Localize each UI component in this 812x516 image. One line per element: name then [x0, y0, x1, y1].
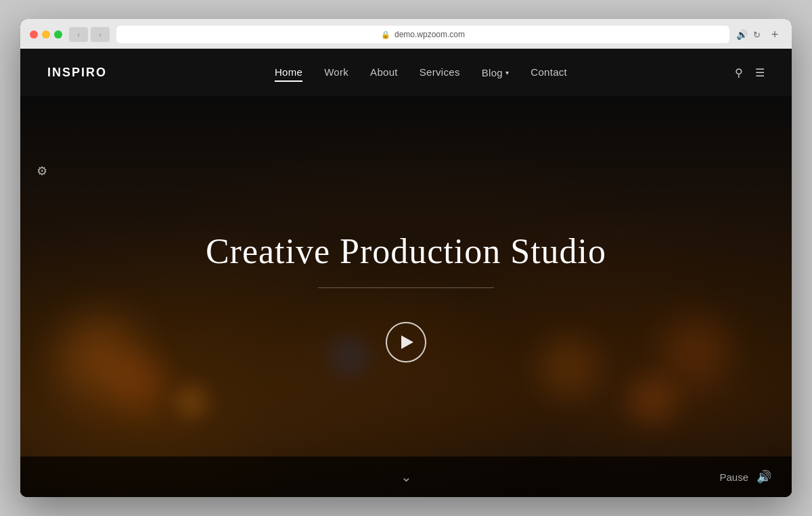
- hero-content: Creative Production Studio: [206, 231, 606, 362]
- browser-window: ‹ › 🔒 demo.wpzoom.com 🔊 ↻ + INSPIRO Home: [20, 19, 792, 497]
- settings-icon[interactable]: ⚙: [37, 164, 47, 178]
- volume-icon[interactable]: 🔊: [736, 29, 748, 40]
- play-icon: [401, 335, 413, 349]
- nav-link-home[interactable]: Home: [275, 66, 302, 82]
- browser-chrome: ‹ › 🔒 demo.wpzoom.com 🔊 ↻ +: [20, 19, 792, 49]
- minimize-button[interactable]: [42, 30, 50, 39]
- hero-bottom-bar: ⌄ Pause 🔊: [20, 456, 792, 497]
- nav-item-about[interactable]: About: [370, 66, 398, 78]
- url-text: demo.wpzoom.com: [394, 30, 465, 39]
- hero-title: Creative Production Studio: [206, 231, 606, 271]
- nav-item-contact[interactable]: Contact: [531, 66, 567, 78]
- traffic-lights: [30, 30, 62, 39]
- address-bar[interactable]: 🔒 demo.wpzoom.com: [116, 26, 729, 43]
- settings-icon-container[interactable]: ⚙: [37, 164, 47, 179]
- nav-item-blog[interactable]: Blog ▾: [482, 67, 510, 78]
- new-tab-button[interactable]: +: [767, 27, 782, 42]
- refresh-icon[interactable]: ↻: [753, 30, 761, 40]
- nav-link-contact[interactable]: Contact: [531, 66, 567, 78]
- nav-links: Home Work About Services Blog ▾: [275, 66, 567, 78]
- nav-buttons: ‹ ›: [69, 27, 110, 42]
- nav-icons: ⚲ ☰: [735, 66, 765, 79]
- hero-divider: [318, 287, 494, 288]
- hero-section: ⚙ Creative Production Studio ⌄ Pause 🔊: [20, 96, 792, 497]
- scroll-down-arrow[interactable]: ⌄: [401, 469, 412, 485]
- search-icon[interactable]: ⚲: [735, 66, 743, 79]
- nav-link-blog[interactable]: Blog ▾: [482, 67, 510, 78]
- play-button[interactable]: [386, 322, 426, 362]
- nav-item-home[interactable]: Home: [275, 66, 302, 78]
- menu-icon[interactable]: ☰: [755, 66, 765, 79]
- back-button[interactable]: ‹: [69, 27, 88, 42]
- bokeh-light-5: [629, 377, 676, 424]
- website-content: INSPIRO Home Work About Services Blog: [20, 49, 792, 497]
- bokeh-light-6: [175, 385, 208, 419]
- bokeh-light-4: [662, 316, 730, 384]
- close-button[interactable]: [30, 30, 38, 39]
- sound-icon[interactable]: 🔊: [757, 469, 771, 484]
- forward-button[interactable]: ›: [91, 27, 110, 42]
- pause-label[interactable]: Pause: [719, 471, 748, 483]
- site-logo: INSPIRO: [47, 66, 107, 80]
- nav-item-work[interactable]: Work: [324, 66, 348, 78]
- dropdown-arrow-icon: ▾: [505, 69, 509, 76]
- pause-controls: Pause 🔊: [719, 469, 771, 484]
- nav-link-services[interactable]: Services: [420, 66, 460, 78]
- browser-controls-right: 🔊 ↻: [736, 29, 761, 40]
- lock-icon: 🔒: [381, 30, 390, 39]
- browser-top-bar: ‹ › 🔒 demo.wpzoom.com 🔊 ↻ +: [30, 26, 782, 43]
- maximize-button[interactable]: [54, 30, 62, 39]
- bokeh-light-2: [113, 356, 167, 411]
- nav-link-about[interactable]: About: [370, 66, 398, 78]
- nav-item-services[interactable]: Services: [420, 66, 460, 78]
- site-navigation: INSPIRO Home Work About Services Blog: [20, 49, 792, 96]
- nav-link-work[interactable]: Work: [324, 66, 348, 78]
